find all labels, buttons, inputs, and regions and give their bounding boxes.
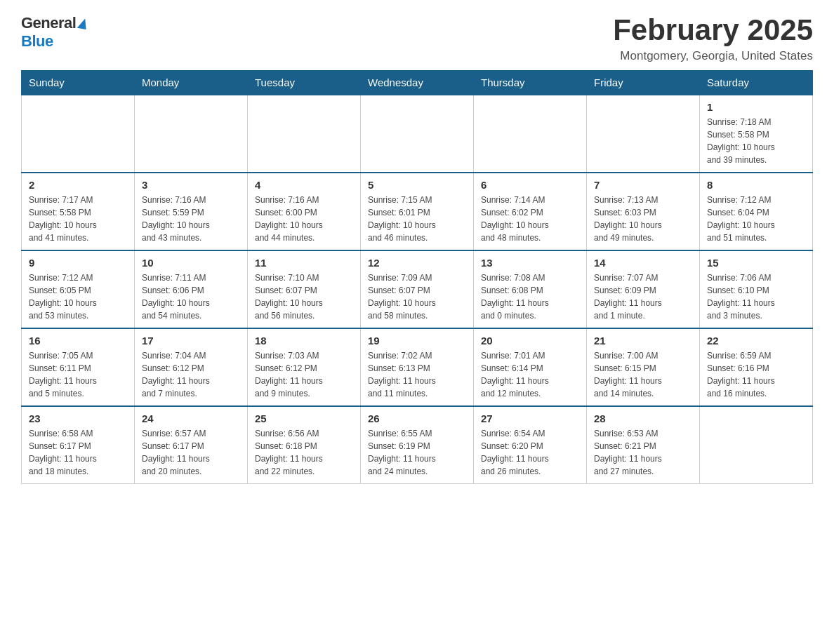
logo-general-text: General: [21, 14, 76, 32]
day-info: Sunrise: 7:18 AMSunset: 5:58 PMDaylight:…: [707, 116, 805, 166]
day-number: 4: [255, 179, 353, 191]
calendar-cell: 1Sunrise: 7:18 AMSunset: 5:58 PMDaylight…: [700, 95, 813, 173]
weekday-header-tuesday: Tuesday: [248, 71, 361, 95]
day-info: Sunrise: 7:12 AMSunset: 6:05 PMDaylight:…: [29, 271, 127, 322]
day-number: 7: [594, 179, 692, 191]
calendar-cell: 7Sunrise: 7:13 AMSunset: 6:03 PMDaylight…: [587, 173, 700, 250]
day-number: 10: [142, 257, 240, 269]
calendar-cell: 12Sunrise: 7:09 AMSunset: 6:07 PMDayligh…: [361, 250, 474, 328]
weekday-header-monday: Monday: [135, 71, 248, 95]
calendar-cell: 19Sunrise: 7:02 AMSunset: 6:13 PMDayligh…: [361, 328, 474, 406]
day-number: 11: [255, 257, 353, 269]
day-info: Sunrise: 7:05 AMSunset: 6:11 PMDaylight:…: [29, 349, 127, 400]
day-number: 1: [707, 101, 805, 113]
calendar-table: SundayMondayTuesdayWednesdayThursdayFrid…: [21, 70, 813, 484]
day-info: Sunrise: 7:10 AMSunset: 6:07 PMDaylight:…: [255, 271, 353, 322]
day-info: Sunrise: 7:04 AMSunset: 6:12 PMDaylight:…: [142, 349, 240, 400]
weekday-header-row: SundayMondayTuesdayWednesdayThursdayFrid…: [22, 71, 813, 95]
calendar-cell: 4Sunrise: 7:16 AMSunset: 6:00 PMDaylight…: [248, 173, 361, 250]
day-number: 17: [142, 335, 240, 347]
day-info: Sunrise: 7:13 AMSunset: 6:03 PMDaylight:…: [594, 194, 692, 244]
day-info: Sunrise: 7:03 AMSunset: 6:12 PMDaylight:…: [255, 349, 353, 400]
week-row-3: 9Sunrise: 7:12 AMSunset: 6:05 PMDaylight…: [22, 250, 813, 328]
day-info: Sunrise: 7:02 AMSunset: 6:13 PMDaylight:…: [368, 349, 466, 400]
day-number: 26: [368, 412, 466, 424]
day-info: Sunrise: 7:01 AMSunset: 6:14 PMDaylight:…: [481, 349, 579, 400]
weekday-header-friday: Friday: [587, 71, 700, 95]
day-number: 13: [481, 257, 579, 269]
day-info: Sunrise: 7:06 AMSunset: 6:10 PMDaylight:…: [707, 271, 805, 322]
calendar-cell: 27Sunrise: 6:54 AMSunset: 6:20 PMDayligh…: [474, 406, 587, 484]
calendar-cell: 9Sunrise: 7:12 AMSunset: 6:05 PMDaylight…: [22, 250, 135, 328]
day-info: Sunrise: 7:14 AMSunset: 6:02 PMDaylight:…: [481, 194, 579, 244]
day-number: 23: [29, 412, 127, 424]
day-number: 20: [481, 335, 579, 347]
calendar-cell: [22, 95, 135, 173]
calendar-cell: 2Sunrise: 7:17 AMSunset: 5:58 PMDaylight…: [22, 173, 135, 250]
logo-triangle-icon: [77, 17, 88, 29]
weekday-header-wednesday: Wednesday: [361, 71, 474, 95]
logo: General Blue: [21, 14, 87, 51]
calendar-cell: 6Sunrise: 7:14 AMSunset: 6:02 PMDaylight…: [474, 173, 587, 250]
day-info: Sunrise: 6:56 AMSunset: 6:18 PMDaylight:…: [255, 427, 353, 478]
calendar-cell: 10Sunrise: 7:11 AMSunset: 6:06 PMDayligh…: [135, 250, 248, 328]
day-info: Sunrise: 6:53 AMSunset: 6:21 PMDaylight:…: [594, 427, 692, 478]
calendar-cell: 28Sunrise: 6:53 AMSunset: 6:21 PMDayligh…: [587, 406, 700, 484]
calendar-cell: 14Sunrise: 7:07 AMSunset: 6:09 PMDayligh…: [587, 250, 700, 328]
calendar-cell: [135, 95, 248, 173]
day-info: Sunrise: 7:15 AMSunset: 6:01 PMDaylight:…: [368, 194, 466, 244]
weekday-header-saturday: Saturday: [700, 71, 813, 95]
week-row-2: 2Sunrise: 7:17 AMSunset: 5:58 PMDaylight…: [22, 173, 813, 250]
calendar-cell: 11Sunrise: 7:10 AMSunset: 6:07 PMDayligh…: [248, 250, 361, 328]
day-number: 3: [142, 179, 240, 191]
calendar-cell: 26Sunrise: 6:55 AMSunset: 6:19 PMDayligh…: [361, 406, 474, 484]
day-number: 28: [594, 412, 692, 424]
day-number: 16: [29, 335, 127, 347]
day-number: 24: [142, 412, 240, 424]
day-number: 19: [368, 335, 466, 347]
day-number: 14: [594, 257, 692, 269]
day-number: 8: [707, 179, 805, 191]
logo-blue-text: Blue: [21, 32, 53, 50]
day-number: 18: [255, 335, 353, 347]
calendar-cell: 24Sunrise: 6:57 AMSunset: 6:17 PMDayligh…: [135, 406, 248, 484]
day-info: Sunrise: 6:54 AMSunset: 6:20 PMDaylight:…: [481, 427, 579, 478]
day-info: Sunrise: 7:09 AMSunset: 6:07 PMDaylight:…: [368, 271, 466, 322]
day-number: 25: [255, 412, 353, 424]
day-number: 9: [29, 257, 127, 269]
day-info: Sunrise: 7:16 AMSunset: 5:59 PMDaylight:…: [142, 194, 240, 244]
day-info: Sunrise: 7:11 AMSunset: 6:06 PMDaylight:…: [142, 271, 240, 322]
weekday-header-thursday: Thursday: [474, 71, 587, 95]
day-info: Sunrise: 6:57 AMSunset: 6:17 PMDaylight:…: [142, 427, 240, 478]
day-info: Sunrise: 7:12 AMSunset: 6:04 PMDaylight:…: [707, 194, 805, 244]
page-header: General Blue February 2025 Montgomery, G…: [21, 14, 813, 63]
day-number: 15: [707, 257, 805, 269]
day-number: 12: [368, 257, 466, 269]
day-number: 5: [368, 179, 466, 191]
calendar-cell: 5Sunrise: 7:15 AMSunset: 6:01 PMDaylight…: [361, 173, 474, 250]
calendar-cell: 23Sunrise: 6:58 AMSunset: 6:17 PMDayligh…: [22, 406, 135, 484]
calendar-cell: 17Sunrise: 7:04 AMSunset: 6:12 PMDayligh…: [135, 328, 248, 406]
calendar-cell: 18Sunrise: 7:03 AMSunset: 6:12 PMDayligh…: [248, 328, 361, 406]
month-title: February 2025: [613, 14, 813, 46]
calendar-cell: [474, 95, 587, 173]
day-info: Sunrise: 6:59 AMSunset: 6:16 PMDaylight:…: [707, 349, 805, 400]
calendar-cell: [361, 95, 474, 173]
day-info: Sunrise: 7:07 AMSunset: 6:09 PMDaylight:…: [594, 271, 692, 322]
day-number: 21: [594, 335, 692, 347]
calendar-cell: 13Sunrise: 7:08 AMSunset: 6:08 PMDayligh…: [474, 250, 587, 328]
title-block: February 2025 Montgomery, Georgia, Unite…: [613, 14, 813, 63]
calendar-cell: [587, 95, 700, 173]
day-number: 22: [707, 335, 805, 347]
calendar-cell: 3Sunrise: 7:16 AMSunset: 5:59 PMDaylight…: [135, 173, 248, 250]
calendar-cell: [248, 95, 361, 173]
day-number: 27: [481, 412, 579, 424]
calendar-cell: 22Sunrise: 6:59 AMSunset: 6:16 PMDayligh…: [700, 328, 813, 406]
calendar-cell: [700, 406, 813, 484]
day-info: Sunrise: 6:55 AMSunset: 6:19 PMDaylight:…: [368, 427, 466, 478]
location-subtitle: Montgomery, Georgia, United States: [613, 49, 813, 63]
week-row-4: 16Sunrise: 7:05 AMSunset: 6:11 PMDayligh…: [22, 328, 813, 406]
week-row-1: 1Sunrise: 7:18 AMSunset: 5:58 PMDaylight…: [22, 95, 813, 173]
day-info: Sunrise: 7:00 AMSunset: 6:15 PMDaylight:…: [594, 349, 692, 400]
day-number: 2: [29, 179, 127, 191]
